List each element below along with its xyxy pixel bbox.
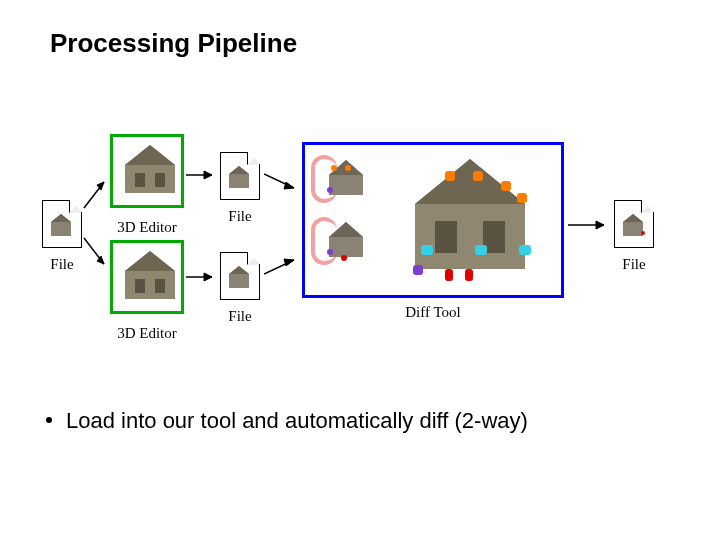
node-diff-tool <box>302 142 564 298</box>
diff-marker-cyan <box>475 245 487 255</box>
diff-marker-orange <box>517 193 527 203</box>
diff-marker-orange <box>473 171 483 181</box>
svg-rect-9 <box>155 279 165 293</box>
label-file-top: File <box>220 208 260 225</box>
node-file-output: File <box>614 200 654 273</box>
diff-marker-red <box>445 269 453 281</box>
label-file-input: File <box>42 256 82 273</box>
arrow-icon <box>264 254 302 278</box>
svg-marker-11 <box>229 166 249 174</box>
svg-marker-13 <box>229 266 249 274</box>
svg-marker-29 <box>204 171 212 179</box>
arrow-icon <box>186 168 220 182</box>
bullet-item: Load into our tool and automatically dif… <box>46 408 528 434</box>
file-icon <box>220 152 260 200</box>
svg-marker-17 <box>329 222 363 237</box>
label-editor-top: 3D Editor <box>110 219 184 236</box>
svg-marker-31 <box>204 273 212 281</box>
svg-marker-7 <box>125 251 175 271</box>
diff-marker-red <box>341 255 347 261</box>
diff-marker-red <box>465 269 473 281</box>
arrow-icon <box>186 270 220 284</box>
diff-marker-purple <box>327 187 333 193</box>
arrow-icon <box>82 236 112 270</box>
diff-marker-orange <box>445 171 455 181</box>
bullet-text: Load into our tool and automatically dif… <box>66 408 528 434</box>
file-icon <box>614 200 654 248</box>
svg-marker-23 <box>623 214 643 222</box>
node-file-bottom: File <box>220 252 260 325</box>
editor-box-icon <box>110 240 184 314</box>
pipeline-diagram: File 3D Editor <box>42 128 672 358</box>
svg-rect-8 <box>135 279 145 293</box>
arrow-icon <box>82 176 112 210</box>
node-file-input: File <box>42 200 82 273</box>
node-editor-top: 3D Editor <box>110 134 184 236</box>
svg-marker-3 <box>125 145 175 165</box>
diff-marker-red <box>641 231 645 235</box>
bullet-dot-icon <box>46 417 52 423</box>
arrow-icon <box>264 170 302 194</box>
diff-marker-cyan <box>421 245 433 255</box>
svg-rect-4 <box>135 173 145 187</box>
diff-marker-orange <box>331 165 337 171</box>
file-icon <box>42 200 82 248</box>
label-diff-tool: Diff Tool <box>302 300 564 321</box>
svg-rect-5 <box>155 173 165 187</box>
svg-marker-35 <box>284 259 294 266</box>
file-icon <box>220 252 260 300</box>
diff-marker-purple <box>413 265 423 275</box>
label-file-bottom: File <box>220 308 260 325</box>
svg-marker-1 <box>51 214 71 222</box>
svg-marker-33 <box>284 182 294 189</box>
node-file-top: File <box>220 152 260 225</box>
diff-marker-purple <box>327 249 333 255</box>
node-editor-bottom: 3D Editor <box>110 240 184 342</box>
label-editor-bottom: 3D Editor <box>110 325 184 342</box>
diff-marker-orange <box>345 165 351 171</box>
label-diff-tool-text: Diff Tool <box>302 304 564 321</box>
editor-box-icon <box>110 134 184 208</box>
diff-marker-orange <box>501 181 511 191</box>
diff-marker-cyan <box>519 245 531 255</box>
arrow-icon <box>568 218 612 232</box>
svg-marker-37 <box>596 221 604 229</box>
svg-rect-20 <box>435 221 457 253</box>
label-file-output: File <box>614 256 654 273</box>
slide-title: Processing Pipeline <box>50 28 297 59</box>
